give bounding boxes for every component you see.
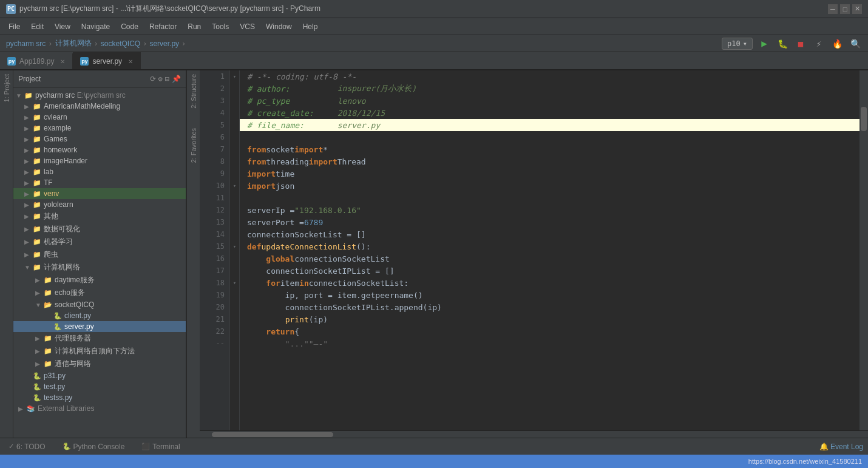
fold-1[interactable]: ▾	[230, 70, 239, 83]
code-content[interactable]: # -*- coding: utf-8 -*- # author: inspur…	[240, 70, 860, 430]
coverage-button[interactable]: ⚡	[812, 37, 826, 50]
fold-18[interactable]: ▾	[230, 277, 239, 289]
tree-item-dataviz[interactable]: ▶ 📁 数据可视化	[13, 223, 186, 236]
run-config-selector[interactable]: p10 ▾	[722, 38, 753, 50]
tree-label-americanmath: AmericanMathMedeling	[44, 102, 120, 110]
line-num-18: 18	[200, 277, 229, 289]
fold-10[interactable]: ▾	[230, 180, 239, 192]
tab-label-app189: App189.py	[19, 57, 54, 66]
menu-item-file[interactable]: File	[4, 21, 25, 33]
tree-item-americanmath[interactable]: ▶ 📁 AmericanMathMedeling	[13, 101, 186, 112]
panel-tab-structure[interactable]: 2: Structure	[188, 70, 199, 112]
tree-label-tf: TF	[44, 178, 53, 187]
fold-5	[230, 119, 239, 131]
breadcrumb-pycharm-src[interactable]: pycharm src	[6, 39, 46, 48]
stop-button[interactable]: ■	[794, 37, 807, 50]
tree-item-p31[interactable]: 🐍 p31.py	[13, 370, 186, 381]
sidebar-actions[interactable]: ⟳ ⚙ ⊟ 📌	[150, 75, 181, 83]
run-button[interactable]: ▶	[758, 37, 771, 50]
tree-root[interactable]: ▼ 📁 pycharm src E:\pycharm src	[13, 90, 186, 101]
fold-15[interactable]: ▾	[230, 240, 239, 253]
close-button[interactable]: ✕	[852, 4, 862, 14]
breadcrumb-serverpy[interactable]: server.py	[149, 39, 179, 48]
fold-2	[230, 83, 239, 95]
tab-close-app189[interactable]: ✕	[60, 58, 65, 65]
code-line-8: from threading import Thread	[240, 155, 860, 168]
code-line-5: # file_name: server.py	[240, 119, 860, 131]
todo-tab[interactable]: ✓ 6: TODO	[5, 441, 49, 452]
tree-item-daytime[interactable]: ▶ 📁 daytime服务	[13, 274, 186, 287]
sidebar-pin-icon[interactable]: 📌	[172, 75, 181, 83]
tree-item-yololearn[interactable]: ▶ 📁 yololearn	[13, 199, 186, 210]
tree-item-cvlearn[interactable]: ▶ 📁 cvlearn	[13, 112, 186, 123]
python-console-tab[interactable]: 🐍 Python Console	[59, 441, 129, 452]
line-num-2: 2	[200, 83, 229, 95]
folder-icon-homework: 📁	[33, 146, 41, 154]
tab-close-serverpy[interactable]: ✕	[128, 58, 133, 65]
event-log-button[interactable]: 🔔 Event Log	[819, 443, 863, 451]
menu-item-code[interactable]: Code	[116, 21, 143, 33]
right-panel-tabs: 2: Structure 2: Favorites	[186, 70, 200, 438]
menu-item-run[interactable]: Run	[183, 21, 206, 33]
tree-item-homework[interactable]: ▶ 📁 homework	[13, 144, 186, 155]
breadcrumb-jsjwl[interactable]: 计算机网络	[55, 38, 92, 49]
tab-serverpy[interactable]: py server.py ✕	[73, 52, 141, 69]
profile-button[interactable]: 🔥	[830, 37, 844, 50]
sidebar-sync-icon[interactable]: ⟳	[150, 75, 156, 83]
tree-item-comm[interactable]: ▶ 📁 通信与网络	[13, 358, 186, 370]
minimize-button[interactable]: ─	[828, 4, 838, 14]
terminal-tab[interactable]: ⬛ Terminal	[138, 441, 183, 452]
tree-item-testpy[interactable]: 🐍 test.py	[13, 381, 186, 392]
tree-item-ml[interactable]: ▶ 📁 机器学习	[13, 236, 186, 248]
panel-tab-project[interactable]: 1: Project	[1, 70, 12, 106]
tree-item-topdown[interactable]: ▶ 📁 计算机网络自顶向下方法	[13, 345, 186, 358]
sidebar-collapse-icon[interactable]: ⊟	[165, 75, 169, 83]
tree-item-serverpy[interactable]: 🐍 server.py	[13, 321, 186, 332]
folder-icon-lab: 📁	[33, 168, 41, 176]
tree-item-example[interactable]: ▶ 📁 example	[13, 123, 186, 134]
tree-item-crawler[interactable]: ▶ 📁 爬虫	[13, 248, 186, 261]
tree-item-tf[interactable]: ▶ 📁 TF	[13, 177, 186, 188]
tree-item-imagehander[interactable]: ▶ 📁 imageHander	[13, 155, 186, 166]
tree-item-other[interactable]: ▶ 📁 其他	[13, 210, 186, 223]
tree-item-venv[interactable]: ▶ 📁 venv	[13, 188, 186, 199]
tree-item-echo[interactable]: ▶ 📁 echo服务	[13, 287, 186, 299]
scrollbar-thumb[interactable]	[861, 107, 867, 131]
menu-item-vcs[interactable]: VCS	[235, 21, 260, 33]
menu-item-refactor[interactable]: Refactor	[144, 21, 181, 33]
editor-hscrollbar[interactable]	[200, 430, 868, 438]
run-config-label: p10	[727, 39, 741, 48]
line-num-10: 10	[200, 180, 229, 192]
fold-12	[230, 204, 239, 216]
tree-item-lab[interactable]: ▶ 📁 lab	[13, 166, 186, 177]
menu-item-tools[interactable]: Tools	[207, 21, 234, 33]
tree-item-proxy[interactable]: ▶ 📁 代理服务器	[13, 332, 186, 345]
fold-22	[230, 325, 239, 337]
fold-11	[230, 192, 239, 204]
editor-scrollbar[interactable]	[860, 70, 868, 430]
tree-item-clientpy[interactable]: 🐍 client.py	[13, 310, 186, 321]
sidebar-gear-icon[interactable]: ⚙	[158, 75, 163, 83]
menu-item-edit[interactable]: Edit	[26, 21, 49, 33]
menu-item-help[interactable]: Help	[298, 21, 323, 33]
menu-item-view[interactable]: View	[50, 21, 75, 33]
folder-icon-comm: 📁	[44, 360, 52, 368]
tree-item-external[interactable]: ▶ 📚 External Libraries	[13, 403, 186, 414]
panel-tab-favorites[interactable]: 2: Favorites	[188, 124, 199, 166]
tree-item-socketqicq[interactable]: ▼ 📂 socketQICQ	[13, 299, 186, 310]
menu-bar: FileEditViewNavigateCodeRefactorRunTools…	[0, 18, 868, 35]
maximize-button[interactable]: □	[840, 4, 850, 14]
debug-button[interactable]: 🐛	[776, 37, 789, 50]
folder-icon-games: 📁	[33, 135, 41, 143]
search-nav-button[interactable]: 🔍	[849, 37, 862, 50]
window-controls[interactable]: ─ □ ✕	[828, 4, 862, 14]
project-sidebar: Project ⟳ ⚙ ⊟ 📌 ▼ 📁 pycharm src E:\pycha…	[13, 70, 186, 438]
tree-item-testss[interactable]: 🐍 testss.py	[13, 392, 186, 403]
tab-app189[interactable]: py App189.py ✕	[0, 53, 73, 69]
tree-item-network[interactable]: ▼ 📁 计算机网络	[13, 261, 186, 274]
breadcrumb-socketqicq[interactable]: socketQICQ	[101, 39, 140, 48]
tree-item-games[interactable]: ▶ 📁 Games	[13, 134, 186, 144]
hscrollbar-thumb[interactable]	[212, 432, 333, 437]
menu-item-window[interactable]: Window	[261, 21, 297, 33]
menu-item-navigate[interactable]: Navigate	[76, 21, 115, 33]
